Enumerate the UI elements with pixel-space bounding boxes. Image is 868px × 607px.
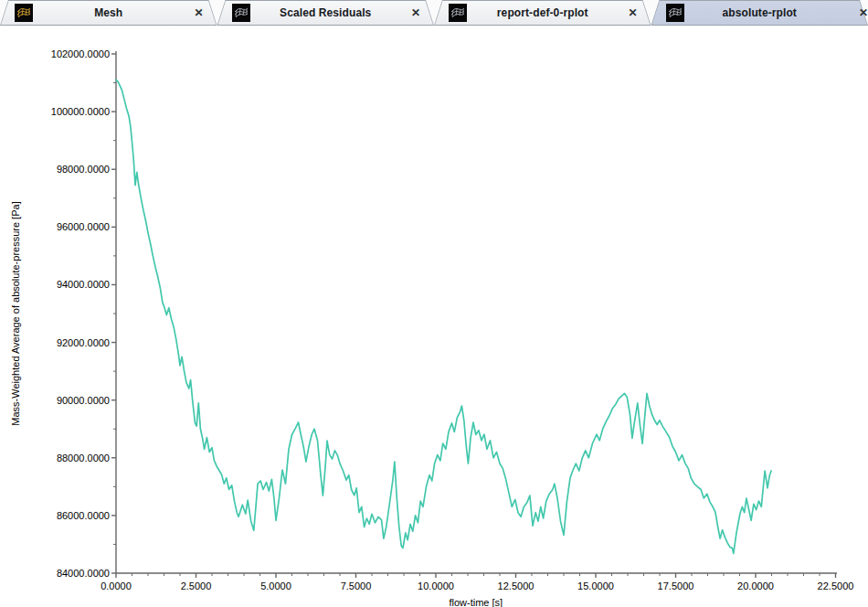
svg-text:96000.0000: 96000.0000 bbox=[57, 221, 110, 232]
tab-content: Mesh ✕ bbox=[0, 0, 217, 26]
svg-text:2.5000: 2.5000 bbox=[181, 580, 212, 591]
tab-absolute-rplot[interactable]: absolute-rplot ✕ bbox=[651, 0, 868, 26]
svg-text:flow-time [s]: flow-time [s] bbox=[449, 597, 503, 607]
mesh-icon bbox=[15, 4, 33, 22]
svg-text:22.5000: 22.5000 bbox=[818, 580, 854, 591]
tab-close-icon[interactable]: ✕ bbox=[625, 5, 640, 20]
tab-close-icon[interactable]: ✕ bbox=[191, 5, 206, 20]
svg-text:84000.0000: 84000.0000 bbox=[57, 568, 110, 579]
svg-text:7.5000: 7.5000 bbox=[341, 580, 372, 591]
svg-text:86000.0000: 86000.0000 bbox=[57, 510, 110, 521]
svg-text:90000.0000: 90000.0000 bbox=[57, 395, 110, 406]
tab-report-def-0-rplot[interactable]: report-def-0-rplot ✕ bbox=[434, 0, 651, 26]
svg-text:102000.0000: 102000.0000 bbox=[51, 48, 110, 59]
svg-text:0.0000: 0.0000 bbox=[101, 580, 132, 591]
mesh-icon bbox=[449, 4, 467, 22]
svg-text:92000.0000: 92000.0000 bbox=[57, 337, 110, 348]
tab-close-icon[interactable]: ✕ bbox=[408, 5, 423, 20]
svg-text:98000.0000: 98000.0000 bbox=[57, 164, 110, 175]
svg-text:Mass-Weighted Average of absol: Mass-Weighted Average of absolute-pressu… bbox=[10, 201, 21, 425]
svg-text:94000.0000: 94000.0000 bbox=[57, 279, 110, 290]
svg-text:88000.0000: 88000.0000 bbox=[57, 453, 110, 463]
tab-scaled-residuals[interactable]: Scaled Residuals ✕ bbox=[217, 0, 435, 26]
svg-text:15.0000: 15.0000 bbox=[577, 580, 614, 591]
tab-mesh[interactable]: Mesh ✕ bbox=[0, 0, 217, 26]
tab-label: report-def-0-rplot bbox=[497, 6, 588, 19]
tab-label: absolute-rplot bbox=[723, 6, 797, 19]
tab-content: report-def-0-rplot ✕ bbox=[434, 0, 651, 26]
tab-label: Scaled Residuals bbox=[280, 6, 371, 19]
svg-text:100000.0000: 100000.0000 bbox=[51, 106, 110, 117]
plot-canvas[interactable]: 84000.000086000.000088000.000090000.0000… bbox=[0, 26, 868, 607]
svg-text:17.5000: 17.5000 bbox=[658, 580, 694, 591]
mesh-icon bbox=[232, 4, 250, 22]
svg-text:12.5000: 12.5000 bbox=[498, 580, 535, 591]
tab-content: absolute-rplot ✕ bbox=[651, 0, 868, 26]
graphics-tab-bar: Mesh ✕ Scaled Residuals ✕ bbox=[0, 0, 868, 26]
svg-text:10.0000: 10.0000 bbox=[418, 580, 454, 591]
mesh-icon bbox=[666, 4, 684, 22]
tab-label: Mesh bbox=[94, 6, 122, 19]
xy-plot: 84000.000086000.000088000.000090000.0000… bbox=[0, 26, 868, 607]
tab-content: Scaled Residuals ✕ bbox=[217, 0, 435, 26]
svg-text:20.0000: 20.0000 bbox=[737, 580, 774, 591]
svg-text:5.0000: 5.0000 bbox=[260, 580, 291, 591]
tab-close-icon[interactable]: ✕ bbox=[856, 5, 868, 20]
